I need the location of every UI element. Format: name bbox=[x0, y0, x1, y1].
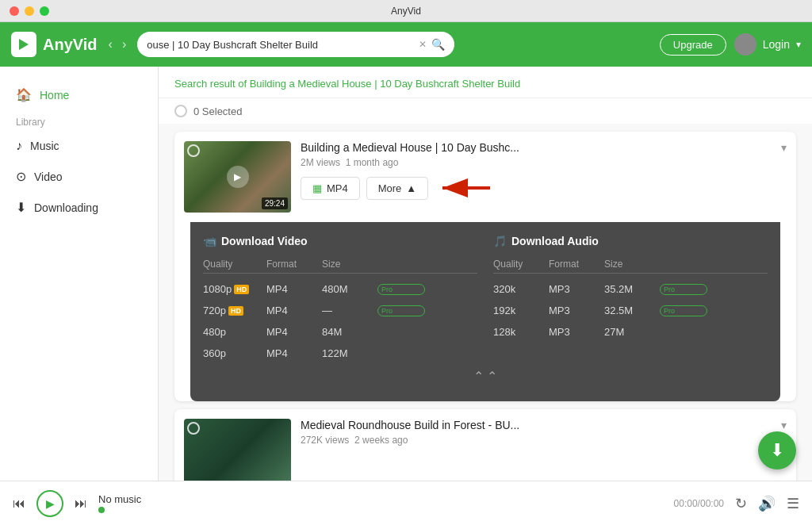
video-card-1-header: ▶ 29:24 Building a Medieval House | 10 D… bbox=[174, 132, 796, 222]
prev-button[interactable]: ⏮ bbox=[13, 496, 25, 511]
audio-table-header: Quality Format Size bbox=[493, 255, 768, 274]
quality-360p: 360p bbox=[203, 347, 266, 359]
video-row-720p[interactable]: 720p HD MP4 — Pro bbox=[203, 300, 477, 321]
pro-badge-720p: Pro bbox=[377, 305, 425, 316]
main-layout: 🏠 Home Library ♪ Music ⊙ Video ⬇ Downloa… bbox=[0, 67, 812, 481]
red-arrow-icon bbox=[435, 176, 498, 200]
nav-arrows: ‹ › bbox=[105, 34, 130, 55]
video-views: 2M views bbox=[301, 157, 340, 168]
sidebar-item-video[interactable]: ⊙ Video bbox=[0, 161, 158, 192]
upgrade-button[interactable]: Upgrade bbox=[660, 34, 726, 56]
select-all-circle[interactable] bbox=[174, 105, 187, 117]
login-area[interactable]: Login ▾ bbox=[734, 33, 801, 56]
content-area: Search result of Building a Medieval Hou… bbox=[159, 67, 812, 481]
sidebar-item-music[interactable]: ♪ Music bbox=[0, 131, 158, 161]
video-table-header: Quality Format Size bbox=[203, 255, 477, 274]
close-button[interactable] bbox=[10, 6, 19, 16]
sidebar-library-label: Library bbox=[0, 110, 158, 131]
video-row-360p[interactable]: 360p MP4 122M bbox=[203, 343, 477, 364]
video-meta-1: 2M views 1 month ago bbox=[301, 157, 787, 168]
search-clear-icon[interactable]: ✕ bbox=[419, 39, 427, 50]
quality-320k: 320k bbox=[493, 283, 549, 295]
player-controls-right: ↻ 🔊 ☰ bbox=[735, 495, 799, 512]
queue-icon[interactable]: ☰ bbox=[787, 495, 799, 512]
audio-row-320k[interactable]: 320k MP3 35.2M Pro bbox=[493, 278, 768, 300]
video-dl-icon: 📹 bbox=[203, 235, 216, 247]
download-fab-icon: ⬇ bbox=[770, 440, 784, 461]
mp4-button[interactable]: ▦ MP4 bbox=[301, 177, 360, 200]
sidebar-home-label: Home bbox=[40, 89, 69, 102]
next-button[interactable]: ⏭ bbox=[75, 496, 87, 511]
download-audio-section: 🎵 Download Audio Quality Format Size 320… bbox=[493, 235, 768, 364]
search-bar[interactable]: ouse | 10 Day Bushcraft Shelter Build ✕ … bbox=[137, 32, 454, 57]
nav-right: Upgrade Login ▾ bbox=[660, 33, 801, 56]
video-actions-1: ▦ MP4 More ▲ bbox=[301, 176, 787, 200]
hd-badge: HD bbox=[234, 285, 249, 294]
download-fab-button[interactable]: ⬇ bbox=[758, 431, 796, 469]
expand-icon-2[interactable]: ▾ bbox=[781, 419, 787, 431]
logo-area: AnyVid bbox=[11, 32, 98, 57]
video2-select-circle[interactable] bbox=[187, 422, 200, 435]
thumbnail-1: ▶ 29:24 bbox=[184, 141, 291, 213]
download-icon: ⬇ bbox=[16, 200, 26, 215]
video-info-2: Medieval Roundhouse Build in Forest - BU… bbox=[301, 419, 787, 454]
download-video-title: 📹 Download Video bbox=[203, 235, 477, 247]
video-row-1080p[interactable]: 1080p HD MP4 480M Pro bbox=[203, 278, 477, 300]
video2-ago: 2 weeks ago bbox=[354, 435, 408, 446]
window-title: AnyVid bbox=[391, 6, 421, 17]
repeat-icon[interactable]: ↻ bbox=[735, 495, 747, 512]
selected-bar: 0 Selected bbox=[159, 98, 812, 124]
more-chevron-icon: ▲ bbox=[406, 182, 416, 194]
sidebar: 🏠 Home Library ♪ Music ⊙ Video ⬇ Downloa… bbox=[0, 67, 159, 481]
search-result-prefix: Search result of bbox=[174, 78, 250, 90]
avatar bbox=[734, 33, 756, 56]
video-select-circle[interactable] bbox=[187, 144, 200, 157]
logo-icon bbox=[11, 32, 36, 57]
video-ago: 1 month ago bbox=[346, 157, 399, 168]
collapse-panel-button[interactable]: ⌃ ⌃ bbox=[203, 364, 768, 389]
player-info: No music bbox=[98, 493, 663, 513]
quality-128k: 128k bbox=[493, 326, 549, 338]
quality-192k: 192k bbox=[493, 305, 549, 316]
video-title-row: Building a Medieval House | 10 Day Bushc… bbox=[301, 141, 787, 154]
bottom-player: ⏮ ▶ ⏭ No music 00:00/00:00 ↻ 🔊 ☰ bbox=[0, 481, 812, 525]
quality-720p: 720p HD bbox=[203, 305, 266, 316]
search-icon[interactable]: 🔍 bbox=[431, 38, 445, 51]
video-card-2-header: Medieval Roundhouse Build in Forest - BU… bbox=[174, 409, 796, 481]
sidebar-video-label: Video bbox=[34, 171, 63, 183]
sidebar-item-downloading[interactable]: ⬇ Downloading bbox=[0, 192, 158, 223]
title-bar: AnyVid bbox=[0, 0, 812, 22]
video-card-1: ▶ 29:24 Building a Medieval House | 10 D… bbox=[174, 132, 796, 401]
volume-icon[interactable]: 🔊 bbox=[758, 495, 776, 512]
player-time: 00:00/00:00 bbox=[674, 498, 724, 509]
search-result-query: Building a Medieval House | 10 Day Bushc… bbox=[250, 78, 521, 90]
selected-count: 0 Selected bbox=[193, 105, 242, 117]
sidebar-downloading-label: Downloading bbox=[34, 201, 98, 214]
sidebar-music-label: Music bbox=[30, 140, 59, 152]
expand-icon[interactable]: ▾ bbox=[781, 141, 787, 154]
audio-dl-icon: 🎵 bbox=[493, 235, 507, 247]
video-icon: ⊙ bbox=[16, 169, 26, 184]
audio-row-192k[interactable]: 192k MP3 32.5M Pro bbox=[493, 300, 768, 321]
app-name: AnyVid bbox=[43, 36, 98, 54]
music-icon: ♪ bbox=[16, 139, 22, 153]
maximize-button[interactable] bbox=[40, 6, 49, 16]
play-button[interactable]: ▶ bbox=[36, 490, 63, 517]
sidebar-item-home[interactable]: 🏠 Home bbox=[0, 79, 158, 110]
mp4-label: MP4 bbox=[327, 182, 348, 194]
video-card-2: Medieval Roundhouse Build in Forest - BU… bbox=[174, 409, 796, 481]
login-label: Login bbox=[763, 38, 790, 51]
minimize-button[interactable] bbox=[25, 6, 34, 16]
mp4-icon: ▦ bbox=[312, 182, 322, 194]
video-title-1: Building a Medieval House | 10 Day Bushc… bbox=[301, 141, 519, 154]
duration-badge: 29:24 bbox=[262, 197, 288, 209]
forward-arrow[interactable]: › bbox=[119, 34, 129, 55]
play-overlay[interactable]: ▶ bbox=[227, 166, 249, 188]
video-row-480p[interactable]: 480p MP4 84M bbox=[203, 321, 477, 343]
more-button[interactable]: More ▲ bbox=[366, 177, 429, 200]
audio-row-128k[interactable]: 128k MP3 27M bbox=[493, 321, 768, 343]
svg-marker-0 bbox=[19, 39, 29, 50]
back-arrow[interactable]: ‹ bbox=[105, 34, 116, 55]
download-video-section: 📹 Download Video Quality Format Size 108… bbox=[203, 235, 477, 364]
pro-badge-1080p: Pro bbox=[377, 284, 425, 295]
